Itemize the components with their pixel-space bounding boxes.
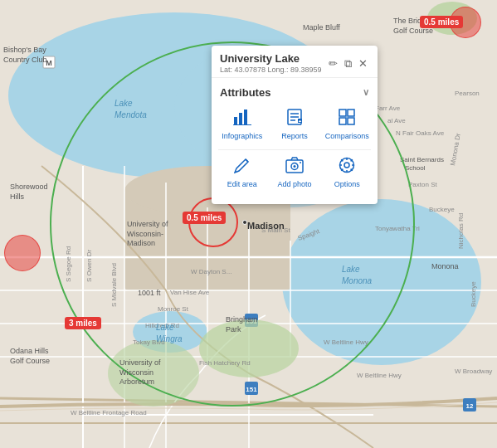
svg-text:N Fair Oaks Ave: N Fair Oaks Ave xyxy=(396,129,445,137)
red-dot-left xyxy=(4,235,41,271)
svg-text:Paxton St: Paxton St xyxy=(408,181,437,188)
svg-rect-59 xyxy=(234,117,237,124)
map-container: 151 151 12 M S Main St Spaight W Dayton … xyxy=(0,0,497,448)
svg-text:W Dayton S...: W Dayton S... xyxy=(191,268,231,275)
add-photo-button[interactable]: Add photo xyxy=(270,153,318,192)
svg-text:Nicholas Rd: Nicholas Rd xyxy=(457,213,465,249)
close-button[interactable]: ✕ xyxy=(357,56,369,71)
svg-text:Monroe St: Monroe St xyxy=(158,305,189,313)
edit-area-icon xyxy=(234,157,251,178)
options-button[interactable]: Options xyxy=(324,153,371,192)
svg-rect-61 xyxy=(244,110,247,124)
svg-rect-60 xyxy=(239,113,242,124)
svg-text:S Main St: S Main St xyxy=(261,226,290,234)
svg-text:W Beltline Hwy: W Beltline Hwy xyxy=(324,338,368,346)
attributes-header[interactable]: Attributes ∨ xyxy=(218,83,371,105)
popup-body: Attributes ∨ Infographics xyxy=(212,78,378,204)
popup-actions: ✏ ⧉ ✕ xyxy=(327,56,369,71)
popup-panel: University Lake Lat: 43.07878 Long.: 89.… xyxy=(212,46,378,204)
copy-icon: ⧉ xyxy=(344,57,352,70)
svg-text:12: 12 xyxy=(466,402,474,410)
chevron-down-icon: ∨ xyxy=(363,87,369,98)
popup-title-section: University Lake Lat: 43.07878 Long.: 89.… xyxy=(220,52,327,74)
svg-point-3 xyxy=(282,199,481,365)
popup-grid-top: Infographics Reports xyxy=(218,105,371,144)
edit-area-label: Edit area xyxy=(227,180,257,189)
badge-05miles-main: 0.5 miles xyxy=(183,212,226,224)
options-label: Options xyxy=(334,180,360,189)
svg-text:M: M xyxy=(46,59,52,67)
reports-label: Reports xyxy=(281,132,308,141)
popup-divider xyxy=(218,149,371,150)
svg-text:S Segoe Rd: S Segoe Rd xyxy=(65,246,72,282)
edit-icon: ✏ xyxy=(329,57,338,70)
svg-point-75 xyxy=(293,165,295,168)
infographics-icon xyxy=(233,109,251,129)
reports-button[interactable]: Reports xyxy=(270,105,318,144)
svg-text:Tokay Blvd: Tokay Blvd xyxy=(133,338,165,346)
svg-text:Hillcrest Rd: Hillcrest Rd xyxy=(145,322,179,329)
svg-text:W Beltline Hwy: W Beltline Hwy xyxy=(357,372,402,379)
svg-text:School: School xyxy=(405,164,426,172)
svg-text:Van Hise Ave: Van Hise Ave xyxy=(170,289,210,296)
comparisons-label: Comparisons xyxy=(325,132,369,141)
comparisons-icon xyxy=(339,109,355,129)
svg-line-72 xyxy=(246,159,248,162)
svg-rect-71 xyxy=(348,118,354,124)
svg-text:Buckeye: Buckeye xyxy=(470,281,477,307)
add-photo-label: Add photo xyxy=(277,180,311,189)
edit-area-button[interactable]: Edit area xyxy=(218,153,266,192)
reports-icon xyxy=(287,109,302,129)
popup-header: University Lake Lat: 43.07878 Long.: 89.… xyxy=(212,46,378,78)
svg-text:W Broadway: W Broadway xyxy=(455,368,492,375)
close-icon: ✕ xyxy=(358,57,368,70)
svg-point-29 xyxy=(199,319,299,377)
svg-text:Farr Ave: Farr Ave xyxy=(375,105,401,112)
attributes-label: Attributes xyxy=(220,86,270,99)
svg-text:Fish Hatchery Rd: Fish Hatchery Rd xyxy=(199,359,251,367)
svg-text:151: 151 xyxy=(246,386,257,393)
svg-text:Saint Bernards: Saint Bernards xyxy=(400,156,444,163)
infographics-label: Infographics xyxy=(222,132,262,141)
svg-text:Buckeye: Buckeye xyxy=(429,206,455,213)
svg-point-30 xyxy=(108,340,199,407)
svg-text:S Midvale Blvd: S Midvale Blvd xyxy=(110,263,118,307)
svg-rect-69 xyxy=(348,110,354,116)
badge-3miles: 3 miles xyxy=(65,317,101,329)
add-photo-icon xyxy=(285,157,304,178)
copy-button[interactable]: ⧉ xyxy=(343,56,353,71)
svg-text:S Owen Dr: S Owen Dr xyxy=(85,250,93,282)
svg-rect-70 xyxy=(339,118,346,124)
popup-grid-bottom: Edit area Add photo xyxy=(218,153,371,192)
popup-coords: Lat: 43.07878 Long.: 89.38959 xyxy=(220,66,327,74)
popup-title: University Lake xyxy=(220,52,327,65)
svg-text:Tonyawatha Trl: Tonyawatha Trl xyxy=(375,225,420,232)
badge-05miles-corner: 0.5 miles xyxy=(420,16,463,28)
comparisons-button[interactable]: Comparisons xyxy=(324,105,371,144)
svg-text:al Ave: al Ave xyxy=(387,117,406,124)
svg-point-78 xyxy=(344,163,349,168)
svg-rect-68 xyxy=(339,110,346,116)
options-icon xyxy=(339,157,355,178)
svg-text:Pearson: Pearson xyxy=(455,90,480,97)
infographics-button[interactable]: Infographics xyxy=(218,105,266,144)
location-dot xyxy=(242,220,247,225)
edit-button[interactable]: ✏ xyxy=(327,56,339,71)
svg-text:W Beltline Frontage Road: W Beltline Frontage Road xyxy=(71,409,147,416)
